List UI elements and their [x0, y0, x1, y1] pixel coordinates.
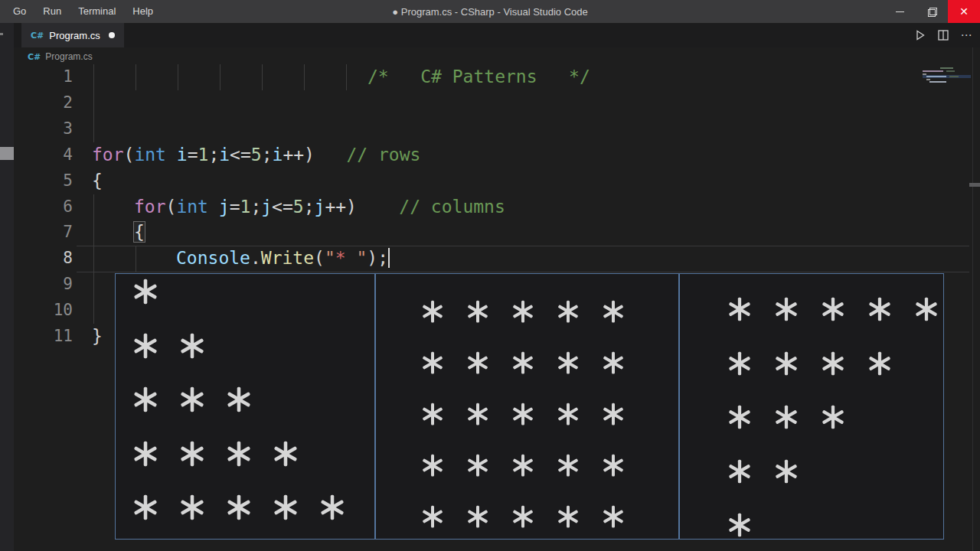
window-controls: ✕: [884, 0, 980, 23]
menu-run[interactable]: Run: [34, 0, 70, 23]
restore-icon: [928, 8, 936, 15]
line-number: 11: [0, 324, 73, 350]
minimap-line: [929, 81, 946, 83]
text-cursor: [388, 248, 390, 268]
menu-go[interactable]: Go: [5, 0, 34, 23]
asterisk-icon: [727, 459, 752, 487]
code-token: 5: [251, 145, 262, 165]
code-token: Console: [176, 248, 250, 268]
asterisk-icon: [867, 297, 892, 324]
code-token: ;: [250, 197, 261, 217]
asterisk-icon: [867, 351, 892, 379]
code-line-8[interactable]: Console.Write("* ");: [176, 246, 390, 272]
scrollbar-mark[interactable]: [969, 183, 980, 187]
code-line-11[interactable]: }: [92, 324, 103, 350]
modified-dot-icon: [109, 32, 115, 38]
indent-guide-line: [93, 272, 94, 298]
asterisk-icon: [727, 297, 752, 324]
indent-guide-line: [304, 64, 305, 90]
split-editor-icon: [938, 30, 949, 41]
asterisk-icon: [821, 351, 845, 379]
run-button[interactable]: [913, 28, 928, 43]
code-token: .: [250, 248, 261, 268]
close-icon: ✕: [959, 5, 969, 18]
menu-help[interactable]: Help: [124, 0, 162, 23]
code-token: );: [367, 248, 388, 268]
code-token: i: [219, 145, 230, 165]
code-token: }: [92, 326, 103, 346]
code-line-7[interactable]: {: [134, 220, 145, 246]
asterisk-icon: [727, 405, 752, 432]
asterisk-icon: [179, 333, 205, 362]
code-token: Write: [261, 248, 314, 268]
code-token: =: [188, 145, 198, 165]
minimap-line: [923, 70, 943, 72]
minimap-line: [946, 70, 955, 72]
code-token: /* C# Patterns */: [368, 67, 590, 86]
minimize-button[interactable]: [884, 0, 916, 23]
code-token: <=: [272, 197, 293, 217]
code-token: (: [124, 145, 135, 165]
asterisk-icon: [421, 505, 444, 531]
code-line-6[interactable]: for(int j=1;j<=5;j++) // columns: [134, 194, 505, 220]
menu-terminal[interactable]: Terminal: [70, 0, 124, 23]
minimap-line: [949, 76, 959, 77]
code-token: [166, 145, 177, 165]
edge-dot: [0, 33, 3, 35]
asterisk-icon: [727, 513, 752, 540]
code-line-5[interactable]: {: [92, 168, 103, 194]
breadcrumb[interactable]: C# Program.cs: [28, 47, 93, 66]
code-token: 1: [240, 197, 251, 217]
code-token: <=: [230, 145, 251, 165]
indent-guide-line: [346, 64, 347, 90]
asterisk-icon: [132, 333, 158, 362]
restore-button[interactable]: [916, 0, 948, 23]
asterisk-icon: [226, 386, 252, 416]
asterisk-icon: [511, 505, 534, 531]
code-token: // rows: [315, 145, 420, 165]
line-number: 9: [0, 272, 73, 298]
code-token: ;: [262, 145, 273, 165]
breadcrumb-item[interactable]: Program.cs: [45, 51, 92, 62]
more-actions-button[interactable]: ⋯: [959, 28, 974, 43]
code-token: 5: [293, 197, 304, 217]
asterisk-icon: [421, 300, 444, 326]
scrollbar-track[interactable]: [972, 47, 973, 551]
asterisk-icon: [132, 279, 158, 308]
indent-guide-line: [93, 116, 94, 142]
asterisk-icon: [421, 454, 444, 480]
line-number: 6: [0, 194, 73, 220]
code-token: int: [176, 197, 208, 217]
code-token: =: [230, 197, 240, 217]
code-line-4[interactable]: for(int i=1;i<=5;i++) // rows: [92, 142, 420, 168]
split-editor-button[interactable]: [936, 28, 951, 43]
asterisk-icon: [226, 494, 252, 523]
code-token: int: [134, 145, 166, 165]
indent-guide-line: [93, 90, 94, 116]
asterisk-icon: [602, 300, 625, 326]
asterisk-icon: [602, 454, 625, 480]
asterisk-icon: [273, 494, 299, 523]
asterisk-icon: [557, 403, 580, 429]
asterisk-icon: [179, 441, 205, 470]
tab-program-cs[interactable]: C# Program.cs: [21, 23, 124, 47]
asterisk-icon: [557, 300, 580, 326]
code-token: ": [325, 248, 335, 268]
asterisk-icon: [466, 454, 489, 480]
asterisk-icon: [132, 494, 158, 523]
asterisk-icon: [602, 505, 625, 531]
asterisk-icon: [511, 300, 534, 326]
editor-actions: ⋯: [913, 23, 974, 47]
output-panel-triangle-pattern: [115, 273, 375, 540]
indent-guide-line: [93, 194, 94, 220]
code-token: {: [134, 222, 145, 242]
asterisk-icon: [466, 505, 489, 531]
code-token: for: [92, 145, 124, 165]
close-button[interactable]: ✕: [948, 0, 980, 23]
asterisk-icon: [132, 441, 158, 470]
code-line-1[interactable]: /* C# Patterns */: [368, 64, 590, 90]
indent-guide-line: [220, 64, 220, 90]
code-token: (: [314, 248, 325, 268]
code-token: i: [177, 145, 188, 165]
asterisk-icon: [226, 441, 252, 470]
